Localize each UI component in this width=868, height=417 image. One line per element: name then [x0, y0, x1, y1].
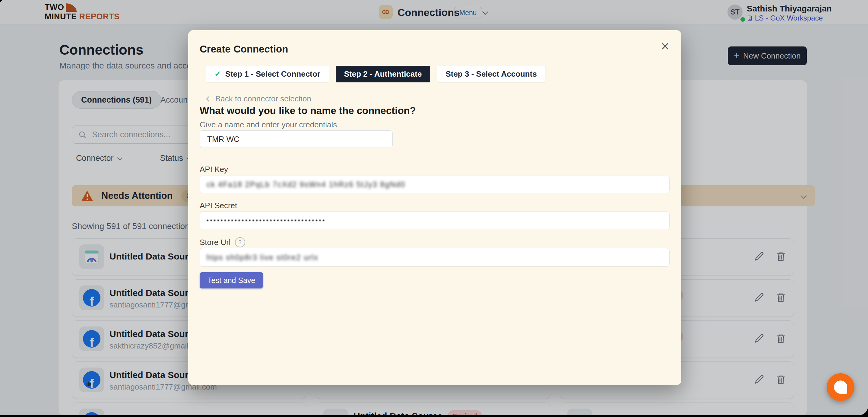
- step-2-tab[interactable]: Step 2 - Authenticate: [336, 66, 430, 82]
- store-url-label: Store Url: [200, 238, 231, 247]
- back-to-connector-link[interactable]: Back to connector selection: [207, 94, 311, 103]
- store-url-label-row: Store Url ?: [200, 237, 245, 247]
- chat-launcher-button[interactable]: [827, 373, 855, 401]
- close-icon[interactable]: ×: [659, 39, 671, 54]
- step-2-label: Step 2 - Authenticate: [344, 69, 422, 79]
- api-secret-masked-text: ••••••••••••••••••••••••••••••••••: [207, 217, 326, 224]
- step-3-tab[interactable]: Step 3 - Select Accounts: [437, 66, 545, 82]
- api-secret-field[interactable]: ••••••••••••••••••••••••••••••••••: [200, 211, 670, 229]
- back-label: Back to connector selection: [215, 94, 311, 103]
- create-connection-modal: Create Connection × ✓ Step 1 - Select Co…: [188, 30, 681, 385]
- chevron-left-icon: [206, 96, 211, 101]
- connection-name-input[interactable]: [207, 134, 386, 144]
- api-key-label: API Key: [200, 165, 228, 174]
- step-1-tab[interactable]: ✓ Step 1 - Select Connector: [206, 66, 329, 82]
- api-key-field[interactable]: ck 4Fa18 2PqLb 7cXd2 9sWn4 1hRz6 5tJy3 8…: [200, 176, 670, 193]
- test-and-save-button[interactable]: Test and Save: [200, 272, 263, 289]
- chat-bubble-icon: [834, 381, 847, 394]
- check-icon: ✓: [214, 69, 221, 79]
- store-url-field[interactable]: htps sh0p8r3 live st0re2 urlx: [200, 248, 670, 267]
- modal-subheading: Give a name and enter your credentials: [200, 120, 337, 129]
- connection-name-field: [200, 130, 393, 148]
- store-url-redacted-text: htps sh0p8r3 live st0re2 urlx: [207, 253, 318, 262]
- api-key-redacted-text: ck 4Fa18 2PqLb 7cXd2 9sWn4 1hRz6 5tJy3 8…: [207, 180, 405, 189]
- modal-title: Create Connection: [200, 43, 288, 55]
- modal-heading: What would you like to name the connecti…: [200, 105, 416, 117]
- help-icon[interactable]: ?: [235, 237, 245, 247]
- wizard-steps: ✓ Step 1 - Select Connector Step 2 - Aut…: [206, 66, 545, 82]
- api-secret-label: API Secret: [200, 201, 237, 210]
- step-3-label: Step 3 - Select Accounts: [445, 69, 536, 79]
- step-1-label: Step 1 - Select Connector: [225, 69, 320, 79]
